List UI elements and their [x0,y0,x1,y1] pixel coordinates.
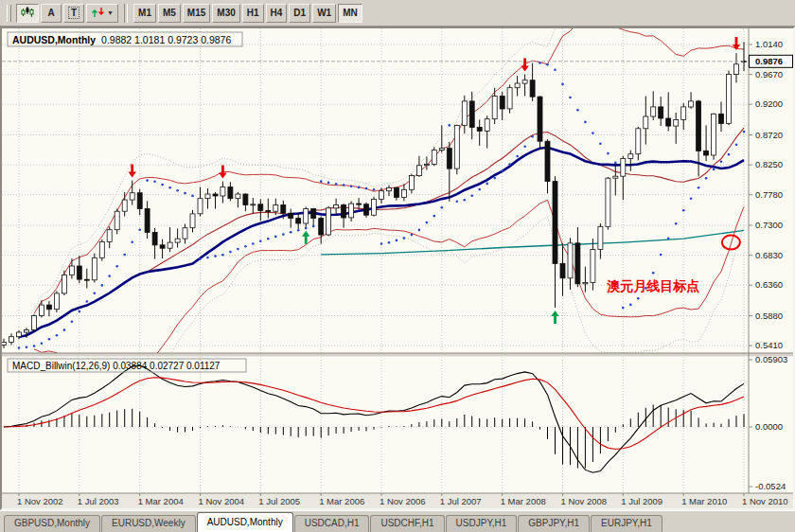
svg-text:1 Jul 2007: 1 Jul 2007 [440,496,482,506]
toolbar: AT▼M1M5M15M30H1H4D1W1MN [0,0,795,27]
svg-text:0.5880: 0.5880 [755,310,783,321]
chart-tab-usdchf-h1[interactable]: USDCHF,H1 [370,515,444,532]
svg-text:1.0140: 1.0140 [755,39,783,49]
arrow-objects-icon [91,7,105,20]
svg-text:1 Mar 2008: 1 Mar 2008 [501,496,546,506]
svg-text:-0.0524: -0.0524 [755,481,786,491]
svg-text:0.9876: 0.9876 [755,56,783,66]
svg-text:1 Jul 2009: 1 Jul 2009 [621,496,662,506]
svg-text:0.05903: 0.05903 [755,354,787,364]
timeframe-d1-button[interactable]: D1 [289,4,310,23]
chart-window[interactable]: 澳元月线目标点1.01400.96700.92000.87200.82500.7… [0,27,795,510]
svg-text:1 Nov 2010: 1 Nov 2010 [742,496,788,506]
chart-title: AUDUSD,Monthly0.9882 1.0181 0.9723 0.987… [8,32,242,46]
timeframe-m5-button[interactable]: M5 [158,4,181,23]
svg-text:AUDUSD,Monthly0.9882 1.0181 0.: AUDUSD,Monthly0.9882 1.0181 0.9723 0.987… [12,34,231,45]
svg-text:1 Jul 2003: 1 Jul 2003 [78,496,119,506]
svg-text:1 Jul 2005: 1 Jul 2005 [258,496,300,506]
chart-tab-eurjpy-h1[interactable]: EURJPY,H1 [591,515,662,532]
svg-text:0.9670: 0.9670 [755,69,783,80]
chart-tab-gbpjpy-h1[interactable]: GBPJPY,H1 [518,515,590,532]
pane-separator[interactable] [2,353,793,357]
chart-tab-eurusd-weekly[interactable]: EURUSD,Weekly [101,515,196,532]
chart-tab-gbpusd-monthly[interactable]: GBPUSD,Monthly [4,515,100,532]
svg-text:1 Mar 2004: 1 Mar 2004 [138,496,184,506]
bid-price-box: 0.9876 [750,55,793,67]
chart-tabs-bar: GBPUSD,MonthlyEURUSD,WeeklyAUDUSD,Monthl… [0,510,795,532]
toolbar-grip[interactable] [7,5,11,22]
chart-tab-usdcad-h1[interactable]: USDCAD,H1 [294,515,370,532]
timeframe-m15-button[interactable]: M15 [183,4,210,23]
price-chart[interactable]: 澳元月线目标点1.01400.96700.92000.87200.82500.7… [2,28,793,508]
svg-text:1 Nov 2006: 1 Nov 2006 [380,496,426,506]
text-label-icon: A [47,8,54,18]
chart-tab-usdjpy-h1[interactable]: USDJPY,H1 [446,515,518,532]
svg-text:0.7300: 0.7300 [755,220,783,230]
text-label-button[interactable]: A [41,4,62,23]
svg-text:0.6830: 0.6830 [755,250,783,260]
text-tool-icon: T [68,7,80,19]
macd-label: MACD_Billwin(12,26,9) 0.03884 0.02727 0.… [8,359,246,372]
timeframe-m1-button[interactable]: M1 [133,4,156,23]
svg-text:1 Nov 2004: 1 Nov 2004 [199,496,245,506]
svg-text:1 Mar 2010: 1 Mar 2010 [681,496,727,506]
arrow-objects-button[interactable]: ▼ [86,4,118,23]
chinese-text-annotation[interactable]: 澳元月线目标点 [606,278,699,293]
svg-text:1 Mar 2006: 1 Mar 2006 [319,496,364,506]
svg-text:0.7780: 0.7780 [755,189,783,200]
timeframe-mn-button[interactable]: MN [338,4,362,23]
timeframe-m30-button[interactable]: M30 [212,4,239,23]
timeframe-h1-button[interactable]: H1 [242,4,264,23]
svg-text:1 Nov 2008: 1 Nov 2008 [561,496,608,506]
text-tool-button[interactable]: T [63,4,84,23]
audusd-monthly-chart[interactable]: 澳元月线目标点1.01400.96700.92000.87200.82500.7… [2,28,793,508]
svg-text:MACD_Billwin(12,26,9) 0.03884: MACD_Billwin(12,26,9) 0.03884 0.02727 0.… [12,361,221,371]
timeframe-w1-button[interactable]: W1 [312,4,336,23]
chart-background [2,28,793,508]
chart-tab-audusd-monthly[interactable]: AUDUSD,Monthly [197,512,293,532]
bar-chart-icon [21,6,34,20]
svg-text:0.8250: 0.8250 [755,159,783,169]
timeframe-h4-button[interactable]: H4 [266,4,288,23]
toolbar-separator [124,4,128,23]
svg-text:1 Nov 2002: 1 Nov 2002 [17,496,63,506]
svg-text:0.8720: 0.8720 [755,130,783,140]
svg-text:0.5410: 0.5410 [755,340,783,350]
chevron-down-icon: ▼ [107,9,114,16]
svg-text:0.9200: 0.9200 [755,98,783,109]
svg-text:0.0000: 0.0000 [755,421,783,432]
bar-chart-button[interactable] [16,4,39,23]
svg-text:0.6360: 0.6360 [755,279,783,290]
